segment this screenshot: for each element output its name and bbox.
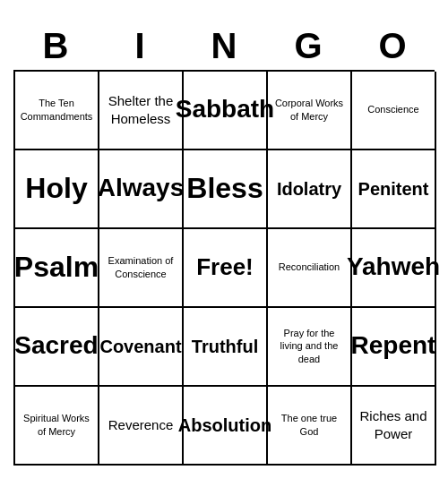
bingo-card: BINGO The Ten CommandmentsShelter the Ho… bbox=[13, 22, 435, 466]
cell-text-r4-c2: Absolution bbox=[178, 414, 271, 437]
cell-r0-c3: Corporal Works of Mercy bbox=[268, 72, 352, 150]
cell-r4-c1: Reverence bbox=[99, 387, 184, 466]
cell-r1-c4: Penitent bbox=[352, 150, 436, 229]
cell-text-r2-c2: Free! bbox=[196, 253, 254, 281]
cell-r2-c1: Examination of Conscience bbox=[99, 229, 184, 308]
cell-text-r0-c0: The Ten Commandments bbox=[19, 97, 94, 123]
cell-r1-c2: Bless bbox=[184, 150, 268, 229]
bingo-letter-o: O bbox=[353, 26, 432, 66]
cell-text-r1-c1: Always bbox=[98, 175, 185, 202]
cell-text-r2-c4: Yahweh bbox=[347, 253, 440, 281]
cell-text-r0-c3: Corporal Works of Mercy bbox=[271, 97, 347, 123]
cell-r1-c3: Idolatry bbox=[268, 150, 352, 229]
cell-text-r2-c1: Examination of Conscience bbox=[103, 254, 178, 280]
cell-r3-c4: Repent bbox=[352, 308, 436, 387]
cell-r2-c0: Psalm bbox=[15, 229, 99, 308]
cell-r0-c1: Shelter the Homeless bbox=[99, 72, 184, 150]
cell-text-r4-c1: Reverence bbox=[108, 416, 174, 434]
bingo-letter-i: I bbox=[100, 26, 179, 66]
cell-r1-c0: Holy bbox=[15, 150, 99, 229]
cell-r0-c2: Sabbath bbox=[184, 72, 268, 150]
cell-r4-c0: Spiritual Works of Mercy bbox=[15, 387, 99, 466]
cell-text-r4-c4: Riches and Power bbox=[356, 407, 431, 442]
cell-text-r2-c0: Psalm bbox=[14, 251, 99, 284]
cell-text-r2-c3: Reconciliation bbox=[279, 261, 340, 273]
cell-text-r3-c1: Covenant bbox=[99, 335, 181, 358]
bingo-letter-n: N bbox=[185, 26, 263, 66]
bingo-header: BINGO bbox=[13, 22, 435, 70]
cell-r0-c4: Conscience bbox=[352, 72, 436, 150]
cell-text-r3-c2: Truthful bbox=[192, 335, 258, 358]
cell-r3-c2: Truthful bbox=[184, 308, 268, 387]
cell-r3-c1: Covenant bbox=[99, 308, 184, 387]
cell-text-r0-c2: Sabbath bbox=[176, 96, 274, 124]
cell-r2-c3: Reconciliation bbox=[268, 229, 352, 308]
cell-text-r3-c0: Sacred bbox=[14, 332, 98, 360]
cell-r4-c4: Riches and Power bbox=[352, 387, 436, 466]
cell-text-r3-c3: Pray for the living and the dead bbox=[271, 327, 347, 365]
cell-text-r1-c4: Penitent bbox=[358, 177, 429, 201]
cell-text-r4-c3: The one true God bbox=[271, 412, 347, 438]
cell-text-r1-c0: Holy bbox=[25, 172, 87, 205]
bingo-grid: The Ten CommandmentsShelter the Homeless… bbox=[13, 70, 435, 466]
bingo-letter-b: B bbox=[16, 26, 95, 66]
cell-r2-c4: Yahweh bbox=[352, 229, 436, 308]
cell-r3-c0: Sacred bbox=[15, 308, 99, 387]
cell-r0-c0: The Ten Commandments bbox=[15, 72, 99, 150]
cell-text-r1-c2: Bless bbox=[186, 172, 263, 205]
cell-r1-c1: Always bbox=[99, 150, 184, 229]
cell-r2-c2: Free! bbox=[184, 229, 268, 308]
cell-r3-c3: Pray for the living and the dead bbox=[268, 308, 352, 387]
bingo-letter-g: G bbox=[269, 26, 348, 66]
cell-text-r1-c3: Idolatry bbox=[277, 177, 341, 201]
cell-text-r0-c4: Conscience bbox=[367, 103, 418, 115]
cell-text-r0-c1: Shelter the Homeless bbox=[103, 92, 178, 127]
cell-r4-c2: Absolution bbox=[184, 387, 268, 466]
cell-text-r4-c0: Spiritual Works of Mercy bbox=[19, 412, 94, 438]
cell-text-r3-c4: Repent bbox=[351, 332, 436, 360]
cell-r4-c3: The one true God bbox=[268, 387, 352, 466]
